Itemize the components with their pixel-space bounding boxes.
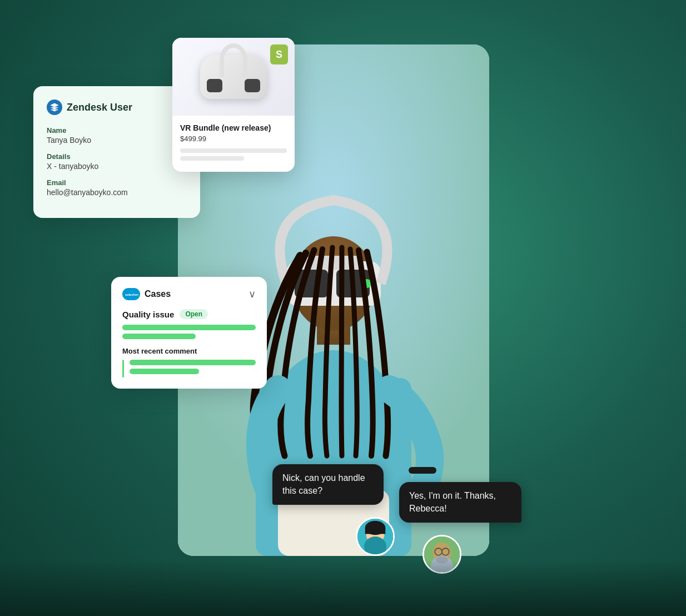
comment-bar-long <box>130 360 256 365</box>
chat-bubble-left-text: Nick, can you handle this case? <box>282 473 365 495</box>
chat-bubble-right: Yes, I'm on it. Thanks, Rebecca! <box>399 482 521 523</box>
zendesk-card-title: Zendesk User <box>67 102 132 113</box>
chevron-down-icon[interactable]: ∨ <box>248 288 256 300</box>
quality-issue-label: Quality issue <box>122 310 174 319</box>
chat-bubble-left: Nick, can you handle this case? <box>272 464 384 505</box>
vr-band <box>220 43 247 77</box>
shopify-logo-icon: S <box>270 44 288 64</box>
cases-header-left: salesforce Cases <box>122 288 171 300</box>
shopify-price: $499.99 <box>180 135 287 143</box>
zendesk-details-label: Details <box>47 152 187 161</box>
salesforce-logo-icon: salesforce <box>122 288 140 300</box>
shopify-s-letter: S <box>276 49 282 61</box>
shopify-bar-short <box>180 156 244 161</box>
zendesk-details-value: X - tanyaboyko <box>47 162 187 171</box>
comment-block <box>122 360 256 377</box>
svg-text:salesforce: salesforce <box>125 293 138 296</box>
vr-lens-right <box>245 79 260 92</box>
zendesk-name-label: Name <box>47 126 187 135</box>
vr-product-image <box>200 54 267 99</box>
zendesk-card-header: Zendesk User <box>47 100 187 115</box>
zendesk-logo-icon <box>47 100 62 115</box>
most-recent-comment-label: Most recent comment <box>122 347 256 355</box>
comment-line-indicator <box>122 360 124 377</box>
shopify-product-card: S VR Bundle (new release) $499.99 <box>172 38 295 172</box>
avatar-rebecca <box>356 517 395 556</box>
avatar-rebecca-face <box>357 519 393 554</box>
bg-bottom-gradient <box>0 560 686 616</box>
svg-rect-19 <box>365 528 386 534</box>
svg-rect-11 <box>409 467 436 474</box>
open-status-badge: Open <box>180 309 208 319</box>
shopify-product-image: S <box>172 38 295 116</box>
salesforce-cases-card: salesforce Cases ∨ Quality issue Open Mo… <box>111 277 267 389</box>
zendesk-email-value: hello@tanyaboyko.com <box>47 188 187 197</box>
issue-bar-full <box>122 325 256 330</box>
cases-card-header: salesforce Cases ∨ <box>122 288 256 300</box>
shopify-card-body: VR Bundle (new release) $499.99 <box>172 116 295 172</box>
comment-bars <box>130 360 256 377</box>
zendesk-name-value: Tanya Boyko <box>47 136 187 145</box>
zendesk-email-label: Email <box>47 178 187 187</box>
comment-bar-short <box>130 369 199 374</box>
shopify-bar-full <box>180 148 287 153</box>
quality-issue-row: Quality issue Open <box>122 309 256 319</box>
vr-lens-left <box>207 79 222 92</box>
chat-bubble-right-text: Yes, I'm on it. Thanks, Rebecca! <box>409 491 496 513</box>
issue-bar-half <box>122 334 196 339</box>
cases-card-title: Cases <box>145 289 171 299</box>
shopify-product-name: VR Bundle (new release) <box>180 123 287 132</box>
svg-point-17 <box>364 536 386 556</box>
